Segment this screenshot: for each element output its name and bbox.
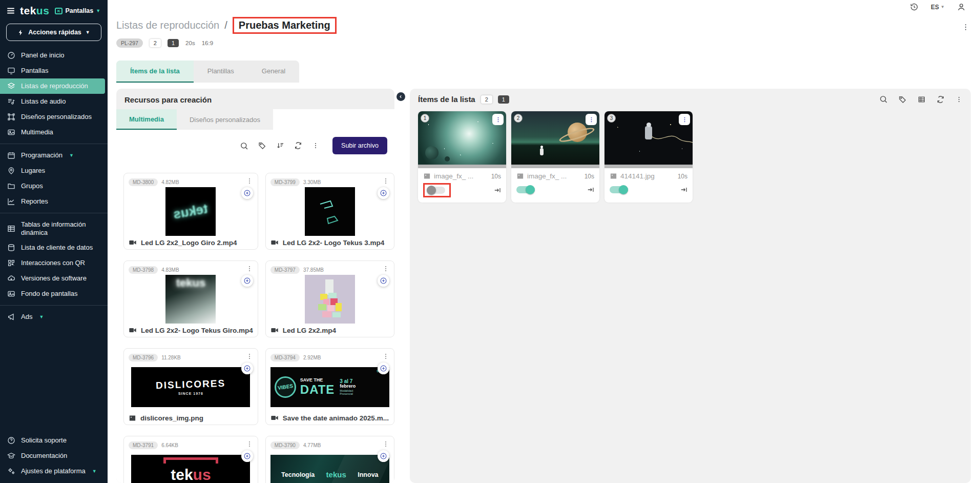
table-view-icon[interactable]	[918, 95, 926, 104]
gears-icon	[7, 467, 15, 475]
sidebar-item-solicita-soporte[interactable]: Solicita soporte	[0, 433, 108, 448]
sidebar-item-reportes[interactable]: Reportes	[0, 194, 108, 209]
history-icon[interactable]	[910, 3, 919, 11]
kebab-menu-icon[interactable]	[955, 96, 963, 103]
media-thumbnail[interactable]	[305, 275, 355, 324]
item-enabled-toggle[interactable]	[516, 186, 535, 193]
item-thumbnail: 1	[418, 111, 506, 165]
sidebar-item-programacion[interactable]: Programación ▼	[0, 148, 108, 163]
sidebar-item-multimedia[interactable]: Multimedia	[0, 125, 108, 140]
skip-to-item-icon[interactable]	[680, 186, 687, 193]
kebab-menu-icon[interactable]	[246, 440, 253, 450]
chevron-down-icon: ▼	[96, 8, 100, 13]
quick-actions-button[interactable]: Acciones rápidas ▼	[6, 24, 101, 41]
kebab-menu-icon[interactable]	[382, 440, 389, 450]
add-to-playlist-button[interactable]	[241, 275, 253, 287]
sidebar-item-grupos[interactable]: Grupos	[0, 178, 108, 194]
item-order-badge: 3	[607, 114, 616, 123]
media-size: 3.30MB	[303, 179, 321, 185]
plus-icon	[244, 365, 251, 372]
sidebar-item-listas-de-audio[interactable]: Listas de audio	[0, 94, 108, 109]
sidebar-item-ads[interactable]: Ads ▼	[0, 309, 108, 325]
playlist-item-card[interactable]: 1 image_fx_ ... 10s	[418, 111, 506, 203]
database-icon	[7, 244, 15, 252]
sort-icon[interactable]	[276, 142, 284, 150]
chevron-down-icon: ▼	[69, 153, 74, 158]
add-to-playlist-button[interactable]	[241, 363, 253, 374]
sidebar-item-ajustes-plataforma[interactable]: Ajustes de plataforma ▼	[0, 464, 108, 479]
hamburger-menu-icon[interactable]	[6, 6, 15, 15]
sidebar-item-lugares[interactable]: Lugares	[0, 163, 108, 178]
tag-icon[interactable]	[258, 142, 266, 150]
help-icon	[7, 436, 15, 445]
calendar-icon	[7, 151, 15, 159]
playlist-item-card[interactable]: 2 image_fx_ ... 10s	[511, 111, 599, 203]
add-to-playlist-button[interactable]	[241, 187, 253, 199]
page-kebab-menu-icon[interactable]	[962, 23, 970, 33]
tab-items-de-la-lista[interactable]: Ítems de la lista	[116, 61, 194, 83]
tabs-filler	[273, 109, 394, 130]
refresh-icon[interactable]	[936, 95, 945, 104]
kebab-menu-icon[interactable]	[246, 177, 253, 187]
search-icon[interactable]	[879, 95, 888, 104]
refresh-icon[interactable]	[294, 142, 302, 150]
tab-plantillas[interactable]: Plantillas	[194, 61, 248, 83]
kebab-menu-icon[interactable]	[382, 353, 389, 362]
context-switcher[interactable]: K Pantallas ▼	[55, 7, 100, 14]
sidebar-item-interacciones-qr[interactable]: Interacciones con QR	[0, 255, 108, 271]
media-thumbnail[interactable]: tekus	[131, 455, 250, 483]
chevron-down-icon: ▼	[39, 314, 44, 320]
breadcrumb-parent[interactable]: Listas de reproducción	[116, 19, 219, 31]
upload-file-button[interactable]: Subir archivo	[332, 137, 387, 154]
media-filename: Save the date animado 2025.m...	[283, 414, 389, 422]
search-icon[interactable]	[240, 142, 248, 150]
media-thumbnail[interactable]: Tecnología tekus Innova	[270, 455, 389, 483]
media-thumbnail[interactable]: tekus	[165, 187, 216, 236]
sidebar-item-lista-cliente-datos[interactable]: Lista de cliente de datos	[0, 240, 108, 255]
kebab-menu-icon[interactable]	[382, 177, 389, 187]
collapse-panel-button[interactable]	[397, 92, 405, 101]
sidebar-item-versiones-software[interactable]: Versiones de software	[0, 271, 108, 286]
media-size: 4.82MB	[161, 179, 179, 185]
resources-tabs: Multimedia Diseños personalizados	[116, 109, 394, 130]
kebab-menu-icon[interactable]	[382, 265, 389, 274]
kebab-menu-icon[interactable]	[679, 114, 690, 125]
sidebar-item-panel-de-inicio[interactable]: Panel de inicio	[0, 48, 108, 63]
item-enabled-toggle[interactable]	[610, 186, 628, 193]
skip-to-item-icon[interactable]	[587, 186, 594, 193]
tab-disenos-personalizados[interactable]: Diseños personalizados	[177, 109, 273, 130]
media-filename: Led LG 2x2.mp4	[283, 327, 336, 334]
kebab-menu-icon[interactable]	[492, 114, 504, 125]
add-to-playlist-button[interactable]	[378, 275, 389, 287]
item-enabled-toggle[interactable]	[427, 187, 445, 194]
tab-multimedia[interactable]: Multimedia	[116, 109, 177, 130]
playlist-item-card[interactable]: 3 414141.jpg 10s	[604, 111, 693, 203]
media-thumbnail[interactable]: tekus VIBES SAVE THE DATE 3 al 7 febrero	[270, 367, 389, 407]
media-thumbnail[interactable]: DISLICORES SINCE 1976	[131, 367, 250, 407]
sidebar-item-tablas-informacion-dinamica[interactable]: Tablas de información dinámica	[0, 217, 108, 240]
sidebar-item-documentacion[interactable]: Documentación	[0, 448, 108, 464]
item-thumbnail: 3	[604, 111, 693, 165]
user-icon[interactable]	[957, 3, 966, 11]
add-to-playlist-button[interactable]	[378, 187, 389, 199]
add-to-playlist-button[interactable]	[378, 363, 389, 374]
kebab-menu-icon[interactable]	[246, 353, 253, 362]
language-selector[interactable]: ES▼	[931, 4, 945, 11]
graduation-cap-icon	[7, 452, 15, 460]
add-to-playlist-button[interactable]	[241, 450, 253, 462]
sidebar-item-listas-de-reproduccion[interactable]: Listas de reproducción	[0, 78, 105, 94]
resources-panel-title: Recursos para creación	[116, 89, 394, 109]
tag-icon[interactable]	[899, 95, 907, 104]
sidebar-item-fondo-pantallas[interactable]: Fondo de pantallas	[0, 286, 108, 301]
sidebar-item-pantallas[interactable]: Pantallas	[0, 63, 108, 78]
kebab-menu-icon[interactable]	[312, 142, 319, 149]
media-thumbnail[interactable]	[305, 187, 355, 236]
sidebar-item-disenos-personalizados[interactable]: Diseños personalizados	[0, 109, 108, 125]
add-to-playlist-button[interactable]	[378, 450, 389, 462]
skip-to-item-icon[interactable]	[494, 187, 501, 194]
media-thumbnail[interactable]: tekus	[165, 275, 216, 324]
kebab-menu-icon[interactable]	[246, 265, 253, 274]
tab-general[interactable]: General	[248, 61, 299, 83]
resources-grid: MD-38004.82MB tekus Led LG 2x2_Logo Giro…	[123, 173, 387, 483]
kebab-menu-icon[interactable]	[586, 114, 597, 125]
